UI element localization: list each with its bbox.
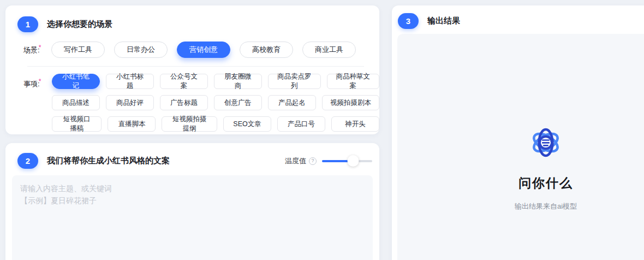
item-button-official-account-copy[interactable]: 公众号文案 [160,74,208,89]
output-result-card: 3 输出结果 问你什么 输出结果来自ai模型 [392,5,644,260]
step1-badge: 1 [17,16,38,32]
items-block: 事项:* 小红书笔记 小红书标题 公众号文案 朋友圈微商 商品卖点罗列 商品种草… [23,74,379,132]
brand-caption: 输出结果来自ai模型 [515,202,577,211]
help-icon[interactable]: ? [309,157,317,165]
scene-button-marketing-creative[interactable]: 营销创意 [177,42,230,58]
step3-badge: 3 [398,13,419,29]
item-button-product-naming[interactable]: 产品起名 [268,95,316,110]
step3-header: 3 输出结果 [392,5,644,29]
item-button-creative-ad[interactable]: 创意广告 [214,95,262,110]
item-button-selling-points-list[interactable]: 商品卖点罗列 [268,74,321,89]
item-button-short-video-voiceover[interactable]: 短视频口播稿 [52,116,102,132]
step2-badge: 2 [17,153,38,169]
step3-title: 输出结果 [427,16,460,26]
brand-name: 问你什么 [518,175,573,192]
item-button-livestream-script[interactable]: 直播脚本 [108,116,156,132]
required-mark: * [39,78,41,85]
output-panel: 问你什么 输出结果来自ai模型 [397,34,644,260]
item-button-seo-article[interactable]: SEO文章 [223,116,271,132]
section-divider [27,66,364,67]
item-button-video-shooting-script[interactable]: 视频拍摄剧本 [322,95,379,110]
scene-button-business-tools[interactable]: 商业工具 [302,42,356,58]
item-button-xiaohongshu-note[interactable]: 小红书笔记 [52,74,100,89]
prompt-input-card: 2 我们将帮你生成小红书风格的文案 温度值 ? [5,143,379,260]
item-button-great-opening[interactable]: 神开头 [331,116,379,132]
item-button-product-slogan[interactable]: 产品口号 [277,116,325,132]
scene-button-writing-tools[interactable]: 写作工具 [51,42,105,58]
temperature-control: 温度值 ? [285,155,372,167]
item-button-product-review[interactable]: 商品好评 [106,95,154,110]
items-label: 事项:* [23,74,52,132]
step2-title: 我们将帮你生成小红书风格的文案 [47,156,170,166]
scene-row: 场景:* 写作工具 日常办公 营销创意 高校教育 商业工具 [23,42,379,58]
items-row-2: 商品描述 商品好评 广告标题 创意广告 产品起名 视频拍摄剧本 [52,95,379,110]
step1-header: 1 选择你想要的场景 [5,5,379,32]
item-button-moments-microbusiness[interactable]: 朋友圈微商 [214,74,262,89]
step2-header: 2 我们将帮你生成小红书风格的文案 温度值 ? [5,143,379,169]
scene-button-daily-office[interactable]: 日常办公 [114,42,168,58]
item-button-xiaohongshu-title[interactable]: 小红书标题 [106,74,154,89]
item-button-product-description[interactable]: 商品描述 [52,95,100,110]
brand-atom-icon [528,125,564,161]
items-row-3: 短视频口播稿 直播脚本 短视频拍摄提纲 SEO文章 产品口号 神开头 [52,116,379,132]
scene-selection-card: 1 选择你想要的场景 场景:* 写作工具 日常办公 营销创意 高校教育 商业工具… [5,5,379,134]
items-row-1: 小红书笔记 小红书标题 公众号文案 朋友圈微商 商品卖点罗列 商品种草文案 [52,74,379,89]
temperature-label: 温度值 [285,156,306,166]
item-button-short-video-outline[interactable]: 短视频拍摄提纲 [162,116,217,132]
item-button-product-seeding-copy[interactable]: 商品种草文案 [327,74,380,89]
scene-button-college-education[interactable]: 高校教育 [240,42,293,58]
scene-label: 场景:* [23,44,51,55]
topic-input[interactable] [12,175,373,260]
step1-title: 选择你想要的场景 [47,19,112,29]
required-mark: * [39,44,41,51]
item-button-ad-headline[interactable]: 广告标题 [160,95,208,110]
slider-handle[interactable] [348,155,359,167]
temperature-slider[interactable] [322,155,372,167]
